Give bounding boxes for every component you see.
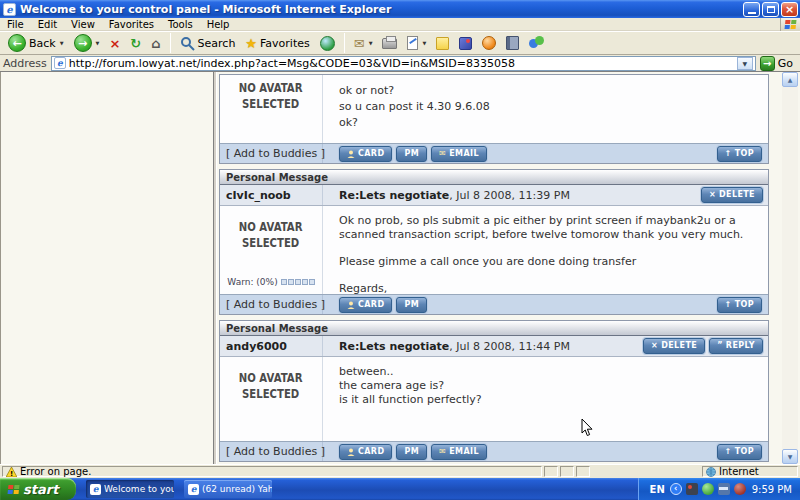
research-button[interactable] xyxy=(502,35,523,51)
mail-icon: ✉ xyxy=(354,36,365,51)
email-envelope-icon: ✉ xyxy=(439,150,446,158)
taskbar-task-yahoo[interactable]: e (62 unread) Yahoo! ... xyxy=(184,480,272,498)
start-flag-icon xyxy=(8,485,20,494)
mail-button[interactable]: ✉ ▼ xyxy=(350,35,377,52)
delete-button[interactable]: × DELETE xyxy=(643,338,705,354)
add-to-buddies-link[interactable]: [ Add to Buddies ] xyxy=(220,295,323,314)
tray-network-icon[interactable] xyxy=(718,483,730,495)
message-subject: Re:Lets negotiate, Jul 8 2008, 11:44 PM xyxy=(323,340,570,353)
zone-label: Internet xyxy=(719,466,759,477)
pm-button[interactable]: PM xyxy=(396,146,427,162)
mail-caret-icon[interactable]: ▼ xyxy=(369,40,373,46)
scroll-up-button[interactable]: ▲ xyxy=(782,72,798,87)
top-button[interactable]: ↑ TOP xyxy=(717,146,762,162)
address-input[interactable]: e http://forum.lowyat.net/index.php?act=… xyxy=(51,56,756,71)
warn-label: Warn: (0%) xyxy=(227,277,277,287)
username[interactable]: cIvIc_noob xyxy=(220,185,323,205)
tray-status-green-icon[interactable] xyxy=(702,483,714,495)
pm-button[interactable]: PM xyxy=(396,444,427,460)
status-pane xyxy=(544,466,558,477)
forward-caret-icon[interactable]: ▼ xyxy=(96,40,100,46)
add-to-buddies-link[interactable]: [ Add to Buddies ] xyxy=(220,442,323,461)
system-tray: EN ‹ 9:59 PM xyxy=(638,478,800,500)
status-bar: ! Error on page. Internet xyxy=(0,464,800,478)
menu-help[interactable]: Help xyxy=(200,18,237,31)
messenger-button[interactable] xyxy=(455,36,476,51)
menu-favorites[interactable]: Favorites xyxy=(102,18,161,31)
security-zone-pane: Internet xyxy=(702,466,798,477)
vertical-scrollbar[interactable]: ▲ ▼ xyxy=(782,72,798,464)
forward-icon: → xyxy=(74,34,92,52)
email-button[interactable]: ✉ EMAIL xyxy=(431,146,487,162)
reply-button[interactable]: ” REPLY xyxy=(709,338,763,354)
media-button[interactable] xyxy=(316,35,339,52)
email-button[interactable]: ✉ EMAIL xyxy=(431,444,487,460)
username[interactable]: andy6000 xyxy=(220,336,323,356)
top-arrow-icon: ↑ xyxy=(725,301,732,309)
avatar-cell: NO AVATAR SELECTED xyxy=(220,357,323,441)
browser-app-button[interactable] xyxy=(478,35,500,51)
restore-button[interactable] xyxy=(762,2,779,17)
internet-globe-icon xyxy=(706,467,716,477)
close-button[interactable]: × xyxy=(781,2,798,17)
address-url[interactable]: http://forum.lowyat.net/index.php?act=Ms… xyxy=(69,57,734,70)
home-button[interactable]: ⌂ xyxy=(147,35,164,52)
card-person-icon xyxy=(347,301,355,309)
back-label: Back xyxy=(29,37,56,50)
delete-x-icon: × xyxy=(709,191,716,199)
card-button[interactable]: CARD xyxy=(339,444,392,460)
forward-button[interactable]: → ▼ xyxy=(70,33,104,53)
toolbar-separator xyxy=(170,33,171,53)
favorites-button[interactable]: ★ Favorites xyxy=(241,35,313,52)
menu-edit[interactable]: Edit xyxy=(31,18,64,31)
refresh-button[interactable]: ↻ xyxy=(126,35,145,52)
menu-tools[interactable]: Tools xyxy=(161,18,200,31)
address-label: Address xyxy=(3,57,47,70)
back-button[interactable]: ← Back ▼ xyxy=(4,33,68,53)
go-arrow-icon: → xyxy=(760,56,775,71)
card-button[interactable]: CARD xyxy=(339,146,392,162)
avatar-cell: NO AVATAR SELECTED xyxy=(220,75,323,143)
toolbar-separator xyxy=(344,33,345,53)
address-page-icon: e xyxy=(54,57,66,69)
search-button[interactable]: Search xyxy=(176,35,240,52)
card-person-icon xyxy=(347,150,355,158)
print-icon xyxy=(382,38,397,49)
card-person-icon xyxy=(347,448,355,456)
start-button[interactable]: start xyxy=(0,478,76,500)
print-button[interactable] xyxy=(378,37,401,50)
go-label: Go xyxy=(778,57,793,70)
error-warning-icon: ! xyxy=(6,467,17,477)
menu-file[interactable]: File xyxy=(0,18,31,31)
msn-button[interactable] xyxy=(525,35,549,51)
taskbar-task-welcome[interactable]: e Welcome to your con... xyxy=(86,480,174,498)
edit-caret-icon[interactable]: ▼ xyxy=(422,40,426,46)
discuss-button[interactable] xyxy=(432,36,453,51)
taskbar-clock[interactable]: 9:59 PM xyxy=(752,484,792,495)
menu-view[interactable]: View xyxy=(64,18,102,31)
message-subject: Re:Lets negotiate, Jul 8 2008, 11:39 PM xyxy=(323,189,570,202)
address-dropdown-button[interactable]: ▼ xyxy=(737,57,753,70)
edit-button[interactable]: ▼ xyxy=(403,35,430,51)
card-button[interactable]: CARD xyxy=(339,297,392,313)
scroll-down-button[interactable]: ▼ xyxy=(782,449,798,464)
add-to-buddies-link[interactable]: [ Add to Buddies ] xyxy=(220,144,323,163)
toolbar: ← Back ▼ → ▼ × ↻ ⌂ Search ★ Favorites ✉ … xyxy=(0,31,800,55)
language-bar-icon[interactable]: ‹ xyxy=(670,483,682,495)
top-button[interactable]: ↑ TOP xyxy=(717,444,762,460)
back-caret-icon[interactable]: ▼ xyxy=(60,40,64,46)
language-indicator[interactable]: EN xyxy=(649,484,666,495)
tray-app-red-icon[interactable] xyxy=(734,483,746,495)
minimize-button[interactable] xyxy=(743,2,760,17)
top-button[interactable]: ↑ TOP xyxy=(717,297,762,313)
go-button[interactable]: → Go xyxy=(760,56,797,71)
message-block-1: NO AVATAR SELECTED ok or not? so u can p… xyxy=(219,74,769,164)
no-avatar-text: NO AVATAR SELECTED xyxy=(239,220,303,251)
edit-icon xyxy=(407,36,418,50)
stop-button[interactable]: × xyxy=(105,35,124,52)
pm-button[interactable]: PM xyxy=(396,297,427,313)
tray-messenger-icon[interactable] xyxy=(686,483,698,495)
status-message-pane: ! Error on page. xyxy=(2,466,542,477)
status-pane xyxy=(576,466,590,477)
delete-button[interactable]: × DELETE xyxy=(701,187,763,203)
